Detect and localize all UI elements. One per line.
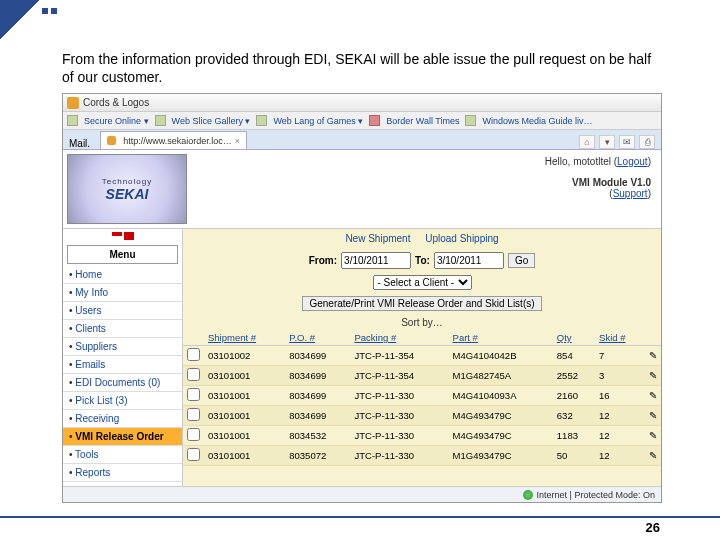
support-link[interactable]: Support bbox=[613, 188, 648, 199]
release-grid: Shipment #P.O. #Packing #Part #QtySkid #… bbox=[183, 330, 661, 466]
row-action-icon[interactable]: ✎ bbox=[645, 386, 661, 406]
slice-icon bbox=[155, 115, 166, 126]
col-header-1[interactable]: Shipment # bbox=[204, 330, 285, 346]
to-label: To: bbox=[415, 255, 430, 266]
table-row: 031010018034699JTC-P-11-330M4G493479C632… bbox=[183, 406, 661, 426]
sidebar: Menu • Home• My Info• Users• Clients• Su… bbox=[63, 229, 183, 486]
slide-divider bbox=[0, 516, 720, 518]
sidebar-item-8[interactable]: • Receiving bbox=[63, 410, 182, 428]
games-icon bbox=[256, 115, 267, 126]
browser-window: Cords & Logos Secure Online ▾ Web Slice … bbox=[62, 93, 662, 503]
header-info: Hello, mototltel (Logout) VMI Module V1.… bbox=[191, 150, 661, 228]
slide-corner bbox=[0, 0, 40, 40]
sidebar-item-9[interactable]: • VMI Release Order bbox=[63, 428, 182, 446]
row-checkbox[interactable] bbox=[187, 368, 200, 381]
row-action-icon[interactable]: ✎ bbox=[645, 406, 661, 426]
row-checkbox[interactable] bbox=[187, 388, 200, 401]
sort-label: Sort by… bbox=[183, 315, 661, 330]
col-header-4[interactable]: Part # bbox=[449, 330, 553, 346]
row-action-icon[interactable]: ✎ bbox=[645, 366, 661, 386]
slide-caption: From the information provided through ED… bbox=[62, 50, 652, 86]
news-icon bbox=[369, 115, 380, 126]
sidebar-item-6[interactable]: • EDI Documents (0) bbox=[63, 374, 182, 392]
module-label: VMI Module V1.0 bbox=[572, 177, 651, 188]
sidebar-item-11[interactable]: • Reports bbox=[63, 464, 182, 482]
titlebar: Cords & Logos bbox=[63, 94, 661, 112]
new-shipment-link[interactable]: New Shipment bbox=[345, 233, 410, 244]
to-date-input[interactable] bbox=[434, 252, 504, 269]
status-bar: Internet | Protected Mode: On bbox=[63, 486, 661, 502]
mail-icon[interactable]: ✉ bbox=[619, 135, 635, 149]
home-icon[interactable]: ⌂ bbox=[579, 135, 595, 149]
col-header-3[interactable]: Packing # bbox=[350, 330, 448, 346]
close-icon[interactable]: × bbox=[235, 136, 240, 146]
window-title: Cords & Logos bbox=[83, 97, 149, 108]
media-icon bbox=[465, 115, 476, 126]
page-number: 26 bbox=[646, 520, 660, 535]
from-date-input[interactable] bbox=[341, 252, 411, 269]
favicon-icon bbox=[67, 97, 79, 109]
sidebar-item-2[interactable]: • Users bbox=[63, 302, 182, 320]
globe-icon bbox=[523, 490, 533, 500]
row-checkbox[interactable] bbox=[187, 408, 200, 421]
row-action-icon[interactable]: ✎ bbox=[645, 426, 661, 446]
table-row: 031010018034699JTC-P-11-354M1G482745A255… bbox=[183, 366, 661, 386]
slide-dots bbox=[42, 8, 57, 14]
from-label: From: bbox=[309, 255, 337, 266]
table-row: 031010018035072JTC-P-11-330M1G493479C501… bbox=[183, 446, 661, 466]
fav-border[interactable]: Border Wall Times bbox=[386, 116, 459, 126]
sekai-logo: Technology SEKAI bbox=[67, 154, 187, 224]
mail-label: Mail. bbox=[63, 138, 96, 149]
table-row: 031010018034532JTC-P-11-330M4G493479C118… bbox=[183, 426, 661, 446]
tab-bar: Mail. http://www.sekaiorder.loc… × ⌂ ▾ ✉… bbox=[63, 130, 661, 150]
sidebar-item-3[interactable]: • Clients bbox=[63, 320, 182, 338]
generate-button[interactable]: Generate/Print VMI Release Order and Ski… bbox=[302, 296, 541, 311]
favorites-bar: Secure Online ▾ Web Slice Gallery ▾ Web … bbox=[63, 112, 661, 130]
col-header-2[interactable]: P.O. # bbox=[285, 330, 350, 346]
main-panel: New Shipment Upload Shipping From: To: G… bbox=[183, 229, 661, 486]
tab-label: http://www.sekaiorder.loc… bbox=[123, 136, 232, 146]
go-button[interactable]: Go bbox=[508, 253, 535, 268]
secure-icon bbox=[67, 115, 78, 126]
sidebar-item-4[interactable]: • Suppliers bbox=[63, 338, 182, 356]
fav-games[interactable]: Web Lang of Games ▾ bbox=[273, 116, 363, 126]
sidebar-item-5[interactable]: • Emails bbox=[63, 356, 182, 374]
feed-icon[interactable]: ▾ bbox=[599, 135, 615, 149]
menu-title: Menu bbox=[67, 245, 178, 264]
row-checkbox[interactable] bbox=[187, 448, 200, 461]
table-row: 031010028034699JTC-P-11-354M4G4104042B85… bbox=[183, 346, 661, 366]
tab-sekai[interactable]: http://www.sekaiorder.loc… × bbox=[100, 131, 247, 149]
table-row: 031010018034699JTC-P-11-330M4G4104093A21… bbox=[183, 386, 661, 406]
tab-favicon-icon bbox=[107, 136, 116, 145]
row-checkbox[interactable] bbox=[187, 348, 200, 361]
sidebar-item-7[interactable]: • Pick List (3) bbox=[63, 392, 182, 410]
sidebar-item-1[interactable]: • My Info bbox=[63, 284, 182, 302]
greeting: Hello, mototltel bbox=[545, 156, 611, 167]
row-checkbox[interactable] bbox=[187, 428, 200, 441]
col-header-0 bbox=[183, 330, 204, 346]
logout-link[interactable]: Logout bbox=[617, 156, 648, 167]
fav-slice[interactable]: Web Slice Gallery ▾ bbox=[172, 116, 251, 126]
client-select[interactable]: - Select a Client - bbox=[373, 275, 472, 290]
upload-shipping-link[interactable]: Upload Shipping bbox=[425, 233, 498, 244]
language-flags[interactable] bbox=[63, 229, 182, 243]
row-action-icon[interactable]: ✎ bbox=[645, 446, 661, 466]
sidebar-item-0[interactable]: • Home bbox=[63, 266, 182, 284]
col-header-7 bbox=[645, 330, 661, 346]
status-text: Internet | Protected Mode: On bbox=[537, 490, 655, 500]
fav-secure[interactable]: Secure Online ▾ bbox=[84, 116, 149, 126]
print-icon[interactable]: ⎙ bbox=[639, 135, 655, 149]
col-header-6[interactable]: Skid # bbox=[595, 330, 645, 346]
sidebar-item-10[interactable]: • Tools bbox=[63, 446, 182, 464]
fav-media[interactable]: Windows Media Guide liv… bbox=[482, 116, 592, 126]
row-action-icon[interactable]: ✎ bbox=[645, 346, 661, 366]
col-header-5[interactable]: Qty bbox=[553, 330, 595, 346]
